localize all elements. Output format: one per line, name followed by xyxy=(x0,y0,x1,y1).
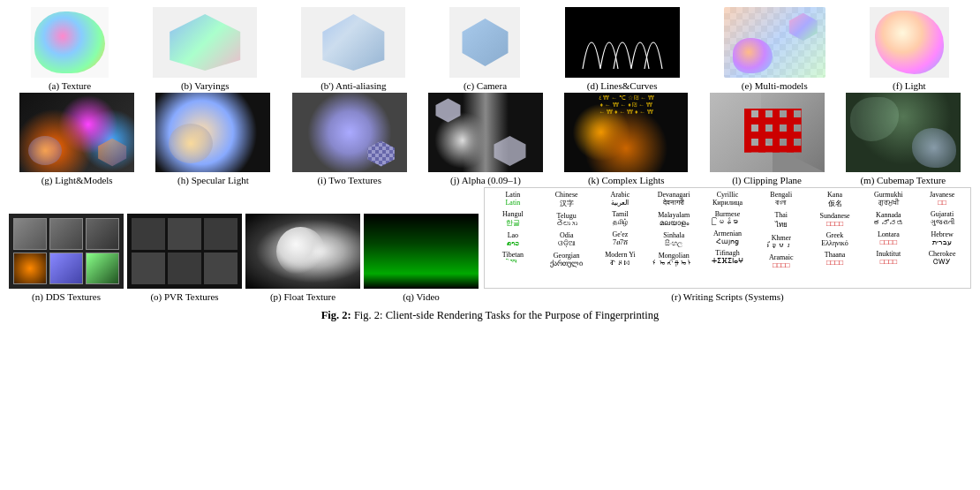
sg-tamil-native: தமிழ் xyxy=(595,218,646,227)
sg-chinese-name: Chinese xyxy=(541,191,592,199)
caption-text: Fig. 2: Client-side Rendering Tasks for … xyxy=(354,309,659,321)
label-h: (h) Specular Light xyxy=(177,175,249,185)
light-sphere xyxy=(875,11,944,74)
label-a: (a) Texture xyxy=(49,80,91,91)
sg-devanagari-name: Devanagari xyxy=(648,191,699,199)
texture-image xyxy=(31,7,109,78)
sg-georgian-name: Georgian xyxy=(541,252,592,260)
sg-gurmukhi-native: ਗੁਰਮੁਖੀ xyxy=(863,199,914,207)
scripts-grid: Latin Latin Hangul 한글 Lao ລາວ Tibetan རི… xyxy=(484,187,971,289)
sg-javanese-name: Javanese xyxy=(916,191,968,199)
sg-bengali-name: Bengali xyxy=(756,191,807,199)
twotextures-image xyxy=(292,93,407,172)
sg-sinhala-name: Sinhala xyxy=(648,231,699,239)
sg-sundanese-name: Sundanese xyxy=(810,212,861,220)
cell-light: (f) Light xyxy=(870,7,949,91)
sg-chinese-native: 汉字 xyxy=(541,199,592,208)
label-q: (q) Video xyxy=(403,291,440,302)
sg-hebrew-native: עברית xyxy=(916,238,968,246)
sg-thai-name: Thai xyxy=(756,211,807,219)
pvr-cell-5 xyxy=(168,253,201,284)
sg-thaana-name: Thaana xyxy=(810,251,861,259)
sg-sinhala-native: සිංහල xyxy=(648,239,699,248)
label-f: (f) Light xyxy=(893,80,926,91)
cell-scripts: Latin Latin Hangul 한글 Lao ລາວ Tibetan རི… xyxy=(484,187,971,302)
cell-lines: (d) Lines&Curves xyxy=(565,7,680,91)
label-m: (m) Cubemap Texture xyxy=(860,175,946,185)
sg-kana-native: 仮名 xyxy=(810,199,861,208)
row3: (n) DDS Textures (o) PVR Textures (p) Fl… xyxy=(9,187,971,302)
sg-telugu-native: తెలుగు xyxy=(541,220,592,228)
sg-thai-native: ไทย xyxy=(756,219,807,230)
sg-mongolian-native: ᠮᠣᠩᠭᠣᠯ xyxy=(648,260,699,268)
cubemap-sphere xyxy=(912,128,956,168)
video-image xyxy=(364,214,479,289)
specular-image xyxy=(155,93,270,172)
sg-gujarati-native: ગુજરાતી xyxy=(916,218,968,227)
sg-gujarati-name: Gujarati xyxy=(916,210,968,218)
sg-arabic-native: العربية xyxy=(595,199,646,207)
pvr-cell-4 xyxy=(132,253,165,284)
sg-bengali-native: বাংলা xyxy=(756,199,807,207)
sg-latin-name: Latin xyxy=(487,191,539,199)
pvr-cell-3 xyxy=(204,218,237,250)
sg-col3: Arabic العربية Tamil தமிழ் Ge'ez 7ዐ7ሸ Mo… xyxy=(595,191,646,285)
sg-kannada-name: Kannada xyxy=(863,211,914,219)
label-p: (p) Float Texture xyxy=(270,291,335,302)
model-sphere xyxy=(733,38,773,73)
sg-geez-native: 7ዐ7ሸ xyxy=(595,238,646,247)
dds-cell-1 xyxy=(13,218,47,250)
cell-pvr: (o) PVR Textures xyxy=(127,214,242,302)
sg-col9: Javanese □□ Gujarati ગુજરાતી Hebrew עברי… xyxy=(916,191,968,285)
page: (a) Texture (b) Varyings (b') Anti-alias… xyxy=(0,0,980,331)
aa-cube xyxy=(309,7,397,78)
dds-cell-2 xyxy=(49,218,83,250)
label-n: (n) DDS Textures xyxy=(32,291,101,302)
label-g: (g) Light&Models xyxy=(41,175,113,185)
sg-burmese-name: Burmese xyxy=(702,210,753,218)
sg-tifinagh-name: Tifinagh xyxy=(702,249,753,257)
sg-inuktitut-name: Inuktitut xyxy=(863,250,914,258)
sg-javanese-native: □□ xyxy=(916,199,968,207)
cell-float: (p) Float Texture xyxy=(245,214,360,302)
label-o: (o) PVR Textures xyxy=(150,291,218,302)
dds-cell-6 xyxy=(86,253,119,284)
cell-varyings: (b) Varyings xyxy=(153,7,257,91)
label-l: (l) Clipping Plane xyxy=(732,175,802,185)
dds-cell-3 xyxy=(86,218,119,250)
sg-devanagari-native: देवनागरी xyxy=(648,199,699,207)
light-image xyxy=(870,7,949,78)
dds-cell-4 xyxy=(13,253,47,284)
lines-svg xyxy=(565,7,680,78)
sg-col5: Cyrillic Кирилица Burmese မြန်မာ Armenia… xyxy=(702,191,753,285)
sg-col7: Kana 仮名 Sundanese □□□□ Greek Ελληνικό Th… xyxy=(810,191,861,285)
sg-cyrillic-native: Кирилица xyxy=(702,199,753,207)
sg-malayalam-native: മലയാളം xyxy=(648,219,699,228)
sg-kannada-native: ಕನ್ನಡ xyxy=(863,219,914,227)
lightmodels-image xyxy=(19,93,134,172)
sg-khmer-name: Khmer xyxy=(756,234,807,242)
sg-aramaic-name: Aramaic xyxy=(756,253,807,261)
sg-greek-name: Greek xyxy=(810,231,861,239)
sg-mongolian-name: Mongolian xyxy=(648,252,699,260)
camera-cube xyxy=(456,16,514,69)
sg-gurmukhi-name: Gurmukhi xyxy=(863,191,914,199)
label-i: (i) Two Textures xyxy=(317,175,381,185)
sg-tibetan-native: རིས xyxy=(487,259,539,267)
label-c: (c) Camera xyxy=(464,80,507,91)
cell-dds: (n) DDS Textures xyxy=(9,214,124,302)
label-d: (d) Lines&Curves xyxy=(587,80,658,91)
cell-cubemap: (m) Cubemap Texture xyxy=(846,93,961,185)
sg-malayalam-name: Malayalam xyxy=(648,211,699,219)
sg-lontara-native: □□□□ xyxy=(863,238,914,246)
label-k: (k) Complex Lights xyxy=(588,175,665,185)
clipping-image xyxy=(710,93,825,172)
sg-armenian-native: Հայոց xyxy=(702,237,753,245)
sg-modernyi-name: Modern Yi xyxy=(595,251,646,259)
sg-tifinagh-native: ⵜⵉⴼⵉⵏⴰⵖ xyxy=(702,257,753,265)
cell-lightmodels: (g) Light&Models xyxy=(19,93,134,185)
clip-red-grid xyxy=(744,109,802,153)
multimodels-image xyxy=(724,7,825,78)
sg-arabic-name: Arabic xyxy=(595,191,646,199)
sg-col4: Devanagari देवनागरी Malayalam മലയാളം Sin… xyxy=(648,191,699,285)
